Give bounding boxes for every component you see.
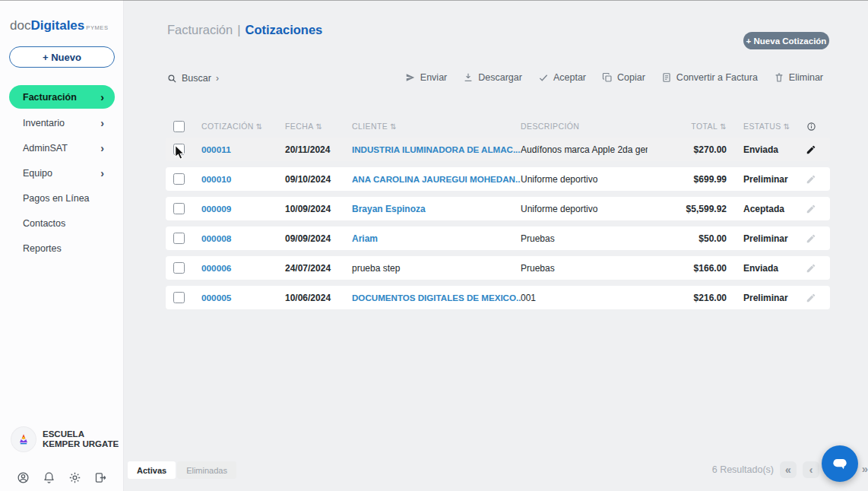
sidebar-item-label: Facturación — [23, 92, 77, 103]
pagination-first-button[interactable]: « — [780, 461, 797, 478]
chevron-right-icon: › — [100, 118, 104, 128]
logout-icon[interactable] — [94, 471, 107, 484]
client-link[interactable]: Brayan Espinoza — [352, 204, 426, 214]
edit-pencil-icon[interactable] — [806, 263, 816, 274]
window-top-border — [0, 0, 868, 1]
client-link[interactable]: DOCUMENTOS DIGITALES DE MEXICO... — [352, 293, 521, 303]
accept-action[interactable]: Aceptar — [538, 72, 586, 83]
quote-id-link[interactable]: 000008 — [201, 233, 285, 244]
quote-description: 001 — [521, 293, 648, 303]
sidebar-item-facturacion[interactable]: Facturación › — [9, 85, 115, 109]
quote-id-link[interactable]: 000011 — [201, 144, 285, 155]
status-label: Preliminar — [727, 174, 800, 185]
company-logo-icon — [16, 432, 31, 447]
sidebar-item-label: Reportes — [23, 243, 62, 254]
send-action[interactable]: Enviar — [405, 72, 447, 83]
notifications-bell-icon[interactable] — [43, 471, 55, 484]
table-row[interactable]: 000009 10/09/2024 Brayan Espinoza Unifor… — [166, 197, 830, 220]
sidebar-item-reportes[interactable]: Reportes — [0, 236, 124, 261]
filter-tabs: Activas Eliminadas — [128, 461, 236, 479]
action-label: Enviar — [420, 72, 447, 83]
row-checkbox[interactable] — [173, 144, 185, 155]
tab-eliminadas[interactable]: Eliminadas — [177, 461, 236, 479]
brand-logo[interactable]: docDigitalesPYMES — [10, 18, 109, 33]
column-header-fecha[interactable]: FECHA⇅ — [285, 122, 352, 131]
row-checkbox[interactable] — [173, 292, 185, 303]
quote-id-link[interactable]: 000006 — [201, 263, 285, 274]
delete-action[interactable]: Eliminar — [774, 72, 823, 83]
quote-id-link[interactable]: 000010 — [201, 174, 285, 185]
chat-widget-button[interactable] — [822, 445, 858, 482]
avatar — [11, 427, 36, 451]
copy-action[interactable]: Copiar — [602, 72, 645, 83]
column-header-cliente[interactable]: CLIENTE⇅ — [352, 122, 521, 131]
sidebar-item-pagos-en-linea[interactable]: Pagos en Línea — [0, 185, 124, 211]
table-row[interactable]: 000011 20/11/2024 INDUSTRIA ILUMINADORA … — [166, 138, 830, 161]
quote-date: 10/09/2024 — [285, 204, 352, 214]
table-header-row: COTIZACIÓN⇅ FECHA⇅ CLIENTE⇅ DESCRIPCIÓN … — [166, 115, 830, 138]
quote-total: $216.00 — [648, 293, 727, 303]
row-checkbox[interactable] — [173, 262, 185, 274]
sort-icon[interactable]: ⇅ — [784, 122, 790, 131]
sidebar-item-label: Pagos en Línea — [23, 193, 90, 204]
quote-id-link[interactable]: 000009 — [201, 204, 285, 214]
client-link[interactable]: ANA CAROLINA JAUREGUI MOHEDAN... — [352, 174, 521, 184]
convert-to-invoice-action[interactable]: Convertir a Factura — [661, 72, 758, 83]
action-label: Convertir a Factura — [676, 72, 758, 83]
copy-icon — [602, 72, 613, 83]
action-label: Aceptar — [553, 72, 586, 83]
pagination-next-button[interactable]: » — [862, 462, 868, 475]
column-header-estatus[interactable]: ESTATUS⇅ — [727, 122, 800, 131]
chevron-right-icon: › — [216, 73, 219, 84]
breadcrumb: Facturación|Cotizaciones — [167, 23, 322, 37]
sort-icon[interactable]: ⇅ — [390, 122, 397, 131]
sort-icon[interactable]: ⇅ — [316, 122, 323, 131]
pagination-prev-button[interactable]: ‹ — [803, 461, 819, 478]
edit-pencil-icon[interactable] — [806, 144, 816, 155]
info-icon[interactable] — [800, 122, 822, 131]
quote-description: Uniforme deportivo — [521, 204, 648, 214]
table-row[interactable]: 000005 10/06/2024 DOCUMENTOS DIGITALES D… — [166, 286, 830, 309]
new-button[interactable]: + Nuevo — [9, 46, 115, 68]
chevron-right-icon: › — [100, 168, 104, 179]
quote-total: $699.99 — [648, 174, 727, 185]
edit-pencil-icon[interactable] — [806, 204, 816, 214]
sidebar-item-equipo[interactable]: Equipo › — [0, 160, 124, 185]
account-icon[interactable] — [17, 471, 30, 484]
column-header-total[interactable]: TOTAL⇅ — [648, 122, 727, 131]
settings-gear-icon[interactable] — [68, 471, 81, 484]
sidebar-item-inventario[interactable]: Inventario › — [0, 110, 124, 135]
quote-id-link[interactable]: 000005 — [201, 293, 285, 303]
sidebar-nav: Facturación › Inventario › AdminSAT › Eq… — [0, 85, 124, 261]
quote-description: Pruebas — [521, 233, 648, 244]
edit-pencil-icon[interactable] — [806, 293, 816, 303]
sidebar-item-adminsat[interactable]: AdminSAT › — [0, 135, 124, 160]
column-header-cotizacion[interactable]: COTIZACIÓN⇅ — [201, 122, 285, 131]
quote-description: Audífonos marca Apple 2da generación — [521, 144, 648, 155]
new-quote-button[interactable]: + Nueva Cotización — [743, 32, 829, 49]
download-action[interactable]: Descargar — [463, 72, 522, 83]
chevron-right-icon: › — [100, 92, 104, 103]
search-control[interactable]: Buscar › — [167, 73, 219, 84]
account-info[interactable]: ESCUELA KEMPER URGATE — [11, 427, 119, 451]
edit-pencil-icon[interactable] — [806, 174, 816, 185]
sidebar-item-contactos[interactable]: Contactos — [0, 211, 124, 236]
app-window: docDigitalesPYMES + Nuevo Facturación › … — [0, 0, 868, 491]
table-row[interactable]: 000010 09/10/2024 ANA CAROLINA JAUREGUI … — [166, 167, 830, 191]
row-checkbox[interactable] — [173, 203, 185, 214]
client-link[interactable]: INDUSTRIA ILUMINADORA DE ALMAC... — [352, 144, 521, 154]
page-title: Cotizaciones — [246, 23, 323, 36]
sort-icon[interactable]: ⇅ — [256, 122, 263, 131]
column-header-descripcion: DESCRIPCIÓN — [521, 122, 648, 131]
row-checkbox[interactable] — [173, 173, 185, 185]
client-link[interactable]: Ariam — [352, 233, 378, 244]
select-all-checkbox[interactable] — [173, 121, 185, 132]
tab-activas[interactable]: Activas — [128, 461, 176, 479]
table-row[interactable]: 000006 24/07/2024 prueba step Pruebas $1… — [166, 256, 830, 280]
status-label: Enviada — [727, 144, 800, 155]
row-checkbox[interactable] — [173, 233, 185, 244]
brand-prefix: doc — [10, 18, 30, 33]
sort-icon[interactable]: ⇅ — [720, 122, 727, 131]
table-row[interactable]: 000008 09/09/2024 Ariam Pruebas $50.00 P… — [166, 226, 830, 250]
edit-pencil-icon[interactable] — [806, 233, 816, 244]
